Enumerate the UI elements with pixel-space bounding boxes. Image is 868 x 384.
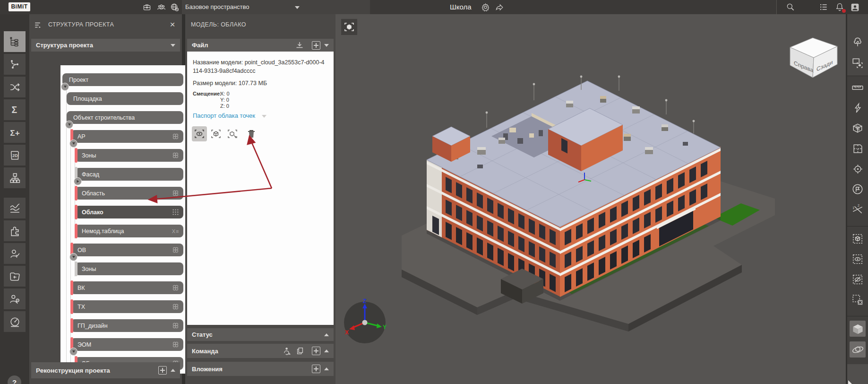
expander-open-icon[interactable] xyxy=(69,348,77,356)
tree-pill-oblako[interactable]: Облако xyxy=(75,206,183,218)
tool-coordination[interactable] xyxy=(4,77,26,97)
tool-select-cube[interactable] xyxy=(850,231,866,247)
help-button[interactable]: ? xyxy=(8,375,21,384)
tool-locate[interactable] xyxy=(850,161,866,177)
team-icon[interactable] xyxy=(156,2,166,12)
add-file-icon[interactable] xyxy=(312,41,320,50)
copy-icon[interactable] xyxy=(296,347,304,355)
team-caret-icon[interactable] xyxy=(324,349,329,352)
tree-pill-zony-ov[interactable]: Зоны xyxy=(75,262,183,275)
tool-grid-axes[interactable]: 12 xyxy=(850,201,866,218)
attachments-section-bar[interactable]: Вложения xyxy=(187,362,334,376)
tool-quantities-add[interactable]: Σ+ xyxy=(4,122,26,143)
tree-pill-ov[interactable]: ОВ xyxy=(71,244,183,256)
tool-project-structure[interactable] xyxy=(4,31,26,52)
tool-user-location[interactable] xyxy=(4,288,26,309)
delete-model-button[interactable] xyxy=(244,126,259,141)
tree-pill-th[interactable]: ТХ xyxy=(71,300,183,313)
fit-view-button[interactable] xyxy=(341,19,357,35)
tree-pill-obekt-stroitelstva[interactable]: Объект строительства xyxy=(67,111,183,124)
close-panel-icon[interactable]: × xyxy=(170,20,176,29)
structure-section-bar[interactable]: Структура проекта xyxy=(31,39,180,52)
tree-pill-ar[interactable]: АР xyxy=(71,130,183,143)
svg-text:2: 2 xyxy=(858,204,859,207)
file-collapse-caret-icon[interactable] xyxy=(324,44,329,47)
notifications-bell-icon[interactable] xyxy=(834,2,845,12)
tool-org-chart[interactable] xyxy=(4,167,26,188)
point-cloud-passport-link[interactable]: Паспорт облака точек xyxy=(193,112,255,119)
share-icon[interactable] xyxy=(494,2,505,12)
fit-model-button[interactable] xyxy=(208,126,223,141)
profile-icon[interactable] xyxy=(850,2,860,12)
tool-measure[interactable] xyxy=(850,79,866,96)
tool-analytics[interactable] xyxy=(4,198,26,218)
download-icon[interactable] xyxy=(295,41,304,50)
expander-open-icon[interactable] xyxy=(65,121,73,129)
collapse-caret-icon[interactable] xyxy=(171,44,175,47)
building-model[interactable] xyxy=(335,14,846,384)
menu-list-icon[interactable] xyxy=(818,2,829,12)
tool-dashboard[interactable] xyxy=(4,311,26,332)
view-model-button[interactable] xyxy=(192,126,207,141)
tree-pill-proekt[interactable]: Проект xyxy=(62,73,183,86)
expander-closed-icon[interactable] xyxy=(74,177,82,185)
passport-caret-icon[interactable] xyxy=(262,115,266,118)
expander-open-icon[interactable] xyxy=(61,83,69,91)
resize-grip[interactable] xyxy=(848,380,852,384)
globe-status-icon[interactable] xyxy=(169,2,180,12)
bimit-logo[interactable]: BiMiT xyxy=(9,2,30,11)
assign-user-icon[interactable] xyxy=(283,347,292,356)
project-case-icon[interactable] xyxy=(142,2,152,12)
tool-quantities[interactable]: Σ xyxy=(4,99,26,120)
tool-clash[interactable] xyxy=(850,100,866,116)
panel-menu-icon[interactable] xyxy=(34,21,43,29)
tool-environment[interactable] xyxy=(850,34,866,50)
workspace-select[interactable]: Базовое пространство xyxy=(185,0,249,14)
add-team-member-icon[interactable] xyxy=(312,347,320,355)
reconstruction-bar[interactable]: Реконструкция проекта xyxy=(31,362,180,378)
tree-item-label: Площадка xyxy=(73,96,102,102)
navigation-cube[interactable]: Справа Сзади xyxy=(784,34,842,79)
team-section-bar[interactable]: Команда xyxy=(187,344,334,358)
status-section-bar[interactable]: Статус xyxy=(187,328,334,341)
tool-section-plane[interactable] xyxy=(850,120,866,136)
tree-pill-fasad[interactable]: Фасад xyxy=(75,168,183,181)
search-icon[interactable] xyxy=(785,2,796,12)
tree-pill-eom[interactable]: ЭОМ xyxy=(71,338,183,351)
tool-shaded-view[interactable] xyxy=(850,321,866,337)
tree-pill-oblast[interactable]: Область xyxy=(75,187,183,200)
viewport-3d[interactable]: Справа Сзади Z X Y xyxy=(335,14,846,384)
file-section-bar[interactable]: Файл xyxy=(187,39,334,52)
tool-versions[interactable] xyxy=(4,54,26,75)
add-reconstruction-icon[interactable] xyxy=(158,366,167,375)
tool-orbit[interactable] xyxy=(850,341,866,358)
tool-hide-selection[interactable] xyxy=(850,271,866,288)
tree-pill-ploshchadka[interactable]: Площадка xyxy=(67,92,183,105)
model-panel-title: МОДЕЛЬ: ОБЛАКО xyxy=(191,21,246,28)
tool-shared-folder[interactable] xyxy=(4,266,26,287)
tool-plugins[interactable] xyxy=(4,220,26,241)
expander-open-icon[interactable] xyxy=(69,253,77,261)
tree-pill-zony-ar[interactable]: Зоны xyxy=(75,149,183,162)
expand-caret-icon[interactable] xyxy=(171,369,175,372)
tree-pill-gp-dizajn[interactable]: ГП_дизайн xyxy=(71,319,183,332)
tool-floorplan[interactable] xyxy=(850,140,866,157)
tool-approvals[interactable] xyxy=(4,243,26,264)
status-caret-icon[interactable] xyxy=(324,333,329,336)
svg-text:Σ+: Σ+ xyxy=(10,128,20,138)
tree-pill-vk[interactable]: ВК xyxy=(71,281,183,294)
workspace-caret-icon[interactable] xyxy=(295,6,300,9)
tool-issues-flag[interactable] xyxy=(850,181,866,197)
discipline-accent xyxy=(70,299,73,314)
locate-model-button[interactable] xyxy=(225,126,240,141)
attachments-caret-icon[interactable] xyxy=(324,367,329,370)
expander-open-icon[interactable] xyxy=(69,140,77,148)
settings-gear-icon[interactable] xyxy=(480,2,490,12)
add-attachment-icon[interactable] xyxy=(312,365,320,373)
tool-clear-selection[interactable] xyxy=(850,292,866,308)
tool-copy-region[interactable] xyxy=(850,55,866,71)
axis-gizmo[interactable]: Z X Y xyxy=(341,299,388,346)
tree-pill-nemod-tablica[interactable]: Немод.таблицаX≡ xyxy=(75,225,183,237)
tool-show-selection[interactable] xyxy=(850,251,866,267)
tool-2d-docs[interactable]: 2D xyxy=(4,145,26,166)
